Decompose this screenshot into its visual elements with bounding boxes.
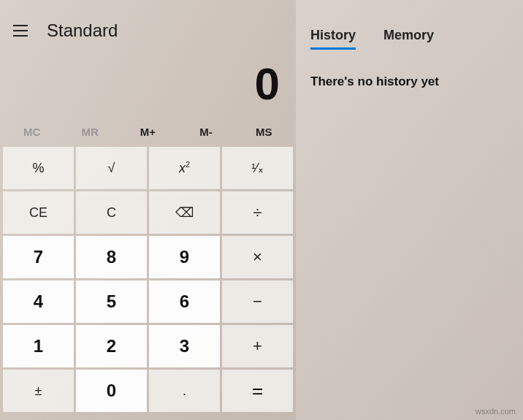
tab-history[interactable]: History — [310, 28, 356, 50]
reciprocal-button[interactable]: ¹⁄ₓ — [222, 147, 293, 189]
digit-7-button[interactable]: 7 — [3, 236, 74, 278]
mode-title: Standard — [47, 20, 118, 41]
digit-3-button[interactable]: 3 — [149, 325, 220, 367]
side-panel: History Memory There's no history yet — [296, 0, 523, 420]
menu-icon[interactable] — [13, 22, 31, 39]
decimal-button[interactable]: . — [149, 370, 220, 412]
multiply-button[interactable]: × — [222, 236, 293, 278]
divide-button[interactable]: ÷ — [222, 191, 293, 234]
memory-recall-button[interactable]: MR — [61, 121, 118, 142]
digit-8-button[interactable]: 8 — [76, 236, 147, 278]
clear-button[interactable]: C — [76, 191, 147, 234]
square-exp: 2 — [186, 160, 190, 169]
memory-minus-button[interactable]: M- — [177, 121, 234, 142]
memory-clear-button[interactable]: MC — [3, 121, 61, 142]
backspace-button[interactable]: ⌫ — [149, 191, 220, 234]
clear-entry-button[interactable]: CE — [3, 191, 74, 234]
digit-5-button[interactable]: 5 — [76, 280, 147, 323]
header: Standard — [0, 0, 296, 41]
square-base: x — [179, 161, 186, 175]
result-display: 0 — [0, 41, 296, 121]
watermark: wsxdn.com — [476, 407, 516, 416]
equals-button[interactable]: = — [222, 370, 293, 412]
negate-button[interactable]: ± — [3, 370, 74, 412]
history-empty-message: There's no history yet — [310, 75, 508, 89]
sqrt-button[interactable]: √ — [76, 147, 147, 189]
plus-button[interactable]: + — [222, 325, 293, 367]
memory-plus-button[interactable]: M+ — [119, 121, 177, 142]
digit-2-button[interactable]: 2 — [76, 325, 147, 367]
keypad: % √ x2 ¹⁄ₓ CE C ⌫ ÷ 7 8 9 × 4 5 6 − 1 2 … — [0, 147, 296, 412]
square-button[interactable]: x2 — [149, 147, 220, 189]
digit-1-button[interactable]: 1 — [3, 325, 74, 367]
digit-6-button[interactable]: 6 — [149, 280, 220, 323]
digit-4-button[interactable]: 4 — [3, 280, 74, 323]
calculator-pane: Standard 0 MC MR M+ M- MS % √ x2 ¹⁄ₓ CE … — [0, 0, 296, 420]
digit-0-button[interactable]: 0 — [76, 370, 147, 412]
backspace-icon: ⌫ — [175, 205, 194, 221]
minus-button[interactable]: − — [222, 280, 293, 323]
percent-button[interactable]: % — [3, 147, 74, 189]
digit-9-button[interactable]: 9 — [149, 236, 220, 278]
memory-store-button[interactable]: MS — [235, 121, 293, 142]
tab-memory[interactable]: Memory — [383, 28, 434, 50]
panel-tabs: History Memory — [310, 28, 508, 50]
memory-row: MC MR M+ M- MS — [0, 121, 296, 147]
